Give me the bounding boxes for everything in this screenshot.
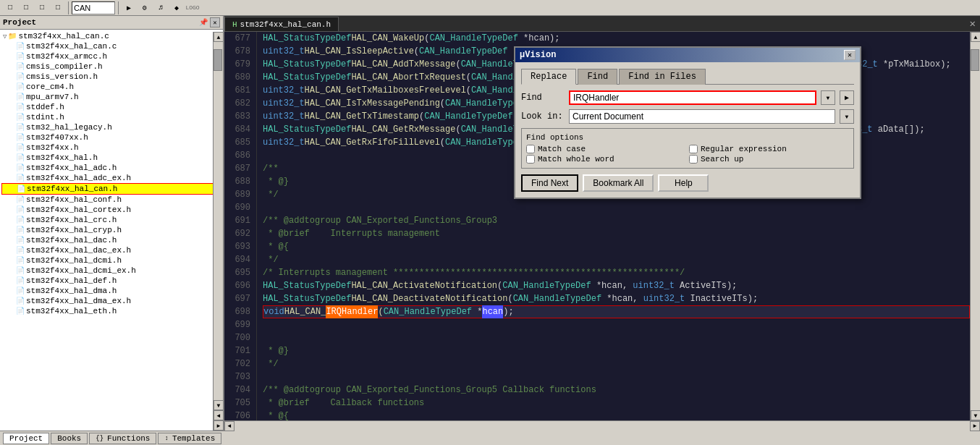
right-scroll-track[interactable] <box>971 42 980 410</box>
regex-checkbox[interactable] <box>689 145 698 153</box>
project-header: Project 📌 ✕ <box>0 16 223 30</box>
line-number: 681 <box>230 84 250 97</box>
line-number: 679 <box>230 58 250 71</box>
tree-item[interactable]: 📄stm32f4xx_hal_conf.h <box>1 195 221 205</box>
scroll-down-btn[interactable]: ▼ <box>214 400 224 410</box>
tree-item[interactable]: 📄stm32f4xx_hal_eth.h <box>1 306 221 316</box>
scroll-right-btn[interactable]: ► <box>214 420 224 431</box>
main-container: Project 📌 ✕ ▽ 📁 stm32f4xx_hal_can.c 📄stm… <box>0 16 980 431</box>
tree-file-label: stm32f4xx_hal_adc_ex.h <box>26 174 131 182</box>
hscroll-right[interactable]: ► <box>970 421 980 431</box>
tree-item[interactable]: 📄stm32f4xx_hal_cortex.h <box>1 205 221 215</box>
file-icon: 📄 <box>16 246 25 255</box>
editor-tab-active[interactable]: H stm32f4xx_hal_can.h <box>224 17 339 31</box>
find-dropdown[interactable]: ▼ <box>821 90 835 105</box>
toolbar-icon-target[interactable]: ▶ <box>122 1 136 15</box>
tree-file-label: stm32f4xx_hal_dac_ex.h <box>26 246 131 255</box>
functions-icon: {} <box>96 435 104 442</box>
project-scrollbar[interactable]: ▲ ▼ ◄ ► <box>213 32 223 431</box>
tree-item[interactable]: 📄stm32f4xx_hal_can.h <box>1 183 221 195</box>
tree-item[interactable]: 📄stdint.h <box>1 112 221 122</box>
tab-close-btn[interactable]: ✕ <box>966 17 980 30</box>
tree-root-label: stm32f4xx_hal_can.c <box>18 32 109 41</box>
tree-item[interactable]: 📄stm32f4xx_hal_dcmi.h <box>1 255 221 266</box>
project-tree[interactable]: ▽ 📁 stm32f4xx_hal_can.c 📄stm32f4xx_hal_c… <box>0 30 223 431</box>
file-icon: 📄 <box>16 72 25 81</box>
find-arrow[interactable]: ▶ <box>840 90 854 105</box>
right-scroll-down[interactable]: ▼ <box>971 410 980 420</box>
code-wrapper: 6776786796806816826836846856866876886896… <box>224 32 980 420</box>
status-tab-templates[interactable]: ↕ Templates <box>158 433 221 444</box>
tree-item[interactable]: 📄core_cm4.h <box>1 82 221 92</box>
tree-item[interactable]: 📄stm32f4xx_hal_adc_ex.h <box>1 173 221 183</box>
code-line: HAL_StatusTypeDef HAL_CAN_ActivateNotifi… <box>263 279 970 292</box>
toolbar-icon-rebuild[interactable]: ♬ <box>153 1 168 15</box>
line-number: 684 <box>230 123 250 136</box>
project-input[interactable] <box>72 1 115 14</box>
tree-item[interactable]: 📄stm32f4xx_hal_dma_ex.h <box>1 296 221 306</box>
status-tab-project[interactable]: Project <box>3 433 49 444</box>
whole-word-checkbox[interactable] <box>526 155 535 164</box>
find-input[interactable] <box>569 90 816 105</box>
right-scroll-up[interactable]: ▲ <box>971 32 980 42</box>
tree-item[interactable]: 📄stm32f4xx_armcc.h <box>1 51 221 62</box>
dialog-tab-find[interactable]: Find <box>578 69 617 85</box>
find-replace-dialog[interactable]: µVision ✕ Replace Find Find in Files Fin… <box>514 46 861 199</box>
help-button[interactable]: Help <box>658 174 709 192</box>
project-close-button[interactable]: ✕ <box>210 17 220 27</box>
scroll-track[interactable] <box>214 42 223 400</box>
tree-item[interactable]: 📄stm32f4xx_hal_dma.h <box>1 286 221 296</box>
status-tab-functions[interactable]: {} Functions <box>89 433 156 444</box>
tree-item[interactable]: 📄mpu_armv7.h <box>1 92 221 102</box>
pin-icon[interactable]: 📌 <box>198 17 208 27</box>
scroll-up-btn[interactable]: ▲ <box>214 32 224 42</box>
line-number: 688 <box>230 175 250 188</box>
dialog-tab-replace[interactable]: Replace <box>521 69 576 85</box>
bottom-scrollbar[interactable]: ◄ ► <box>224 420 980 431</box>
line-number: 685 <box>230 136 250 149</box>
match-case-row: Match case <box>526 145 686 153</box>
toolbar-icon-4[interactable]: □ <box>51 1 65 15</box>
tree-item[interactable]: 📄stm32f4xx_hal_can.c <box>1 41 221 51</box>
tree-item[interactable]: 📄cmsis_compiler.h <box>1 62 221 72</box>
hscroll-left[interactable]: ◄ <box>224 421 235 431</box>
tree-item[interactable]: 📄stm32_hal_legacy.h <box>1 122 221 132</box>
match-case-checkbox[interactable] <box>526 145 535 153</box>
tree-item[interactable]: 📄stddef.h <box>1 102 221 112</box>
tree-item[interactable]: 📄stm32f4xx_hal.h <box>1 153 221 163</box>
dialog-tab-find-in-files[interactable]: Find in Files <box>619 69 706 85</box>
code-line: /** @addtogroup CAN_Exported_Functions_G… <box>263 214 970 227</box>
tree-item[interactable]: 📄stm32f4xx_hal_adc.h <box>1 163 221 173</box>
toolbar-icon-3[interactable]: □ <box>35 1 49 15</box>
toolbar-icon-1[interactable]: □ <box>3 1 17 15</box>
tree-item[interactable]: 📄stm32f4xx_hal_dcmi_ex.h <box>1 266 221 276</box>
tree-item[interactable]: 📄stm32f4xx_hal_crc.h <box>1 215 221 225</box>
tree-item[interactable]: 📄stm32f4xx_hal_cryp.h <box>1 225 221 235</box>
find-label: Find <box>521 93 565 103</box>
bookmark-all-button[interactable]: Bookmark All <box>583 174 654 192</box>
toolbar-icon-2[interactable]: □ <box>19 1 33 15</box>
lookin-dropdown[interactable]: ▼ <box>840 109 854 124</box>
tree-file-label: stm32_hal_legacy.h <box>26 123 112 132</box>
dialog-close-button[interactable]: ✕ <box>844 50 856 60</box>
tree-item[interactable]: 📄stm32f4xx_hal_def.h <box>1 276 221 286</box>
tree-item[interactable]: 📄stm32f4xx_hal_dac.h <box>1 235 221 245</box>
tree-item[interactable]: 📄stm32f4xx_hal_dac_ex.h <box>1 245 221 255</box>
status-bar: Project Books {} Functions ↕ Templates <box>0 431 980 445</box>
scroll-left-btn[interactable]: ◄ <box>214 410 224 420</box>
tree-item[interactable]: 📄cmsis_version.h <box>1 72 221 82</box>
lookin-input[interactable] <box>569 109 835 124</box>
code-line <box>263 201 970 214</box>
tree-item[interactable]: 📄stm32f407xx.h <box>1 132 221 143</box>
search-up-checkbox[interactable] <box>689 155 698 164</box>
status-tab-books[interactable]: Books <box>51 433 88 444</box>
toolbar-icon-debug[interactable]: ◆ <box>169 1 184 15</box>
toolbar-icon-build[interactable]: ⚙ <box>138 1 152 15</box>
tree-item[interactable]: 📄stm32f4xx.h <box>1 143 221 153</box>
hscroll-track[interactable] <box>235 421 970 431</box>
line-number: 703 <box>230 370 250 383</box>
find-next-button[interactable]: Find Next <box>521 174 578 192</box>
right-scrollbar[interactable]: ▲ ▼ <box>970 32 980 420</box>
tree-root[interactable]: ▽ 📁 stm32f4xx_hal_can.c <box>1 31 221 41</box>
tree-file-label: stm32f4xx_hal_dac.h <box>26 236 117 245</box>
